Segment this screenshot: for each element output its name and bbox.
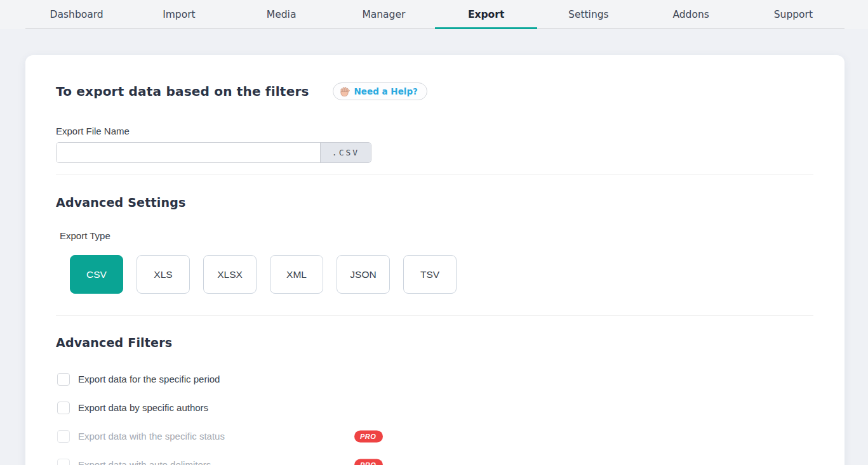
- export-card: To export data based on the filters: [25, 55, 845, 465]
- export-type-options: CSVXLSXLSXXMLJSONTSV: [70, 255, 813, 294]
- filter-checkbox[interactable]: [57, 402, 70, 414]
- tab-import[interactable]: Import: [128, 0, 230, 29]
- filter-row: Export data by specific authors: [56, 393, 813, 422]
- file-extension-suffix: .CSV: [320, 143, 371, 162]
- export-type-xls-button[interactable]: XLS: [137, 255, 190, 294]
- tab-support[interactable]: Support: [742, 0, 845, 29]
- divider: [56, 174, 813, 175]
- export-type-csv-button[interactable]: CSV: [70, 255, 123, 294]
- filter-label: Export data with auto delimiters: [78, 459, 211, 465]
- export-file-name-input[interactable]: [57, 143, 320, 162]
- need-help-button[interactable]: Need a Help?: [333, 82, 427, 100]
- tab-media[interactable]: Media: [230, 0, 333, 29]
- filter-row: Export data for the specific period: [56, 365, 813, 393]
- filter-checkbox: [57, 459, 70, 465]
- filter-label: Export data with the specific status: [78, 431, 225, 442]
- page-title: To export data based on the filters: [56, 84, 309, 99]
- divider: [56, 315, 813, 316]
- export-type-xlsx-button[interactable]: XLSX: [203, 255, 257, 294]
- pro-badge: PRO: [354, 459, 383, 465]
- export-file-name-group: .CSV: [56, 142, 371, 163]
- tab-export[interactable]: Export: [435, 0, 537, 29]
- tab-addons[interactable]: Addons: [640, 0, 742, 29]
- raised-hand-icon: [339, 86, 350, 97]
- filter-checkbox[interactable]: [57, 373, 70, 386]
- top-nav-tabs: DashboardImportMediaManagerExportSetting…: [25, 0, 845, 29]
- title-row: To export data based on the filters: [56, 82, 813, 100]
- filter-row: Export data with auto delimitersPRO: [56, 450, 813, 465]
- filter-label: Export data by specific authors: [78, 402, 208, 413]
- advanced-filters-heading: Advanced Filters: [56, 336, 813, 350]
- filter-label: Export data for the specific period: [78, 374, 220, 384]
- pro-badge: PRO: [354, 430, 383, 442]
- export-type-xml-button[interactable]: XML: [270, 255, 323, 294]
- filter-checkbox: [57, 430, 70, 443]
- filter-row: Export data with the specific statusPRO: [56, 422, 813, 450]
- export-type-tsv-button[interactable]: TSV: [403, 255, 457, 294]
- need-help-label: Need a Help?: [354, 86, 418, 96]
- top-nav: DashboardImportMediaManagerExportSetting…: [0, 0, 868, 29]
- advanced-settings-heading: Advanced Settings: [56, 195, 813, 209]
- advanced-filters-list: Export data for the specific periodExpor…: [56, 365, 813, 465]
- export-type-json-button[interactable]: JSON: [337, 255, 390, 294]
- export-file-name-label: Export File Name: [56, 126, 813, 136]
- tab-dashboard[interactable]: Dashboard: [25, 0, 128, 29]
- export-type-label: Export Type: [60, 230, 813, 241]
- main-content: To export data based on the filters: [0, 55, 868, 465]
- tab-settings[interactable]: Settings: [537, 0, 639, 29]
- tab-manager[interactable]: Manager: [333, 0, 435, 29]
